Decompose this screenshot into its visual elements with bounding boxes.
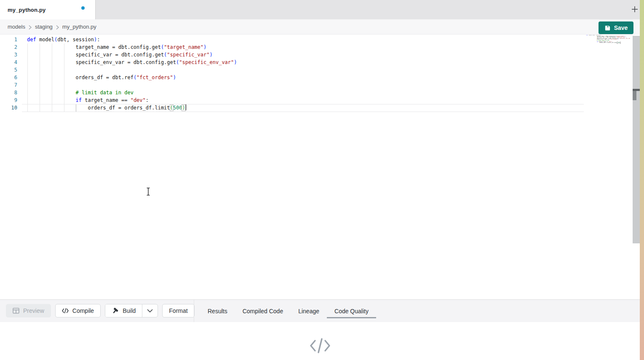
current-line-border-bottom [22, 112, 584, 112]
floppy-disk-icon [604, 25, 611, 31]
code-brackets-icon [62, 308, 69, 313]
breadcrumb-staging[interactable]: staging [35, 24, 53, 30]
table-grid-icon [13, 308, 19, 314]
code-line-3[interactable]: 3 specific_var = dbt.config.get("specifi… [0, 51, 589, 59]
breadcrumb: models staging my_python.py [0, 19, 640, 35]
build-button[interactable]: Build [105, 304, 142, 317]
format-label: Format [169, 307, 187, 314]
line-number: 7 [0, 81, 17, 89]
line-number: 10 [0, 104, 17, 112]
tab-title: my_python.py [8, 7, 46, 13]
editor-tab-bar: my_python.py [0, 0, 640, 19]
code-line-9[interactable]: 9 if target_name == "dev": [0, 96, 589, 104]
code-line-6[interactable]: 6 orders_df = dbt.ref("fct_orders") [0, 74, 589, 81]
hammer-icon [112, 307, 119, 315]
text-caret [185, 104, 186, 110]
build-options-dropdown[interactable] [142, 304, 158, 317]
scrollbar-cursor-marker-stem[interactable] [633, 91, 636, 100]
current-line-border-top [22, 104, 584, 104]
chevron-right-icon [56, 25, 59, 30]
mouse-ibeam-cursor [146, 187, 151, 196]
plus-icon [631, 5, 639, 13]
preview-button[interactable]: Preview [6, 304, 51, 317]
code-editor[interactable]: 1def model(dbt, session):2 target_name =… [0, 35, 640, 299]
line-number: 4 [0, 59, 17, 66]
minimap[interactable]: def model(dbt, session): target_name = d… [586, 35, 630, 62]
code-line-7[interactable]: 7 [0, 81, 589, 89]
code-lines: 1def model(dbt, session):2 target_name =… [0, 36, 589, 112]
code-line-10[interactable]: 10 orders_df = orders_df.limit(500) [0, 104, 589, 112]
format-button[interactable]: Format [162, 304, 194, 317]
save-label: Save [614, 24, 628, 31]
chevron-down-icon [147, 309, 153, 313]
code-line-5[interactable]: 5 [0, 66, 589, 74]
code-quality-panel [0, 322, 640, 360]
breadcrumb-my-python-py[interactable]: my_python.py [62, 24, 96, 30]
toolbar-divider [194, 300, 194, 322]
tab-results[interactable]: Results [200, 300, 235, 322]
unsaved-dot-icon [81, 6, 85, 10]
new-tab-button[interactable] [630, 4, 640, 14]
compile-label: Compile [72, 307, 94, 314]
code-placeholder-icon [309, 337, 331, 354]
build-split-button: Build [105, 304, 158, 317]
preview-label: Preview [23, 307, 44, 314]
code-line-2[interactable]: 2 target_name = dbt.config.get("target_n… [0, 43, 589, 51]
line-number: 3 [0, 51, 17, 59]
toolbar-buttons: Preview Compile Build Format [6, 304, 195, 317]
desktop-edge-strip [640, 0, 644, 360]
tab-lineage[interactable]: Lineage [291, 300, 327, 322]
code-line-8[interactable]: 8 # limit data in dev [0, 89, 589, 96]
bottom-toolbar: Preview Compile Build Format Results Com… [0, 299, 640, 322]
code-line-1[interactable]: 1def model(dbt, session): [0, 36, 589, 43]
save-button[interactable]: Save [599, 21, 633, 34]
line-number: 2 [0, 43, 17, 51]
tab-code-quality[interactable]: Code Quality [327, 300, 376, 322]
line-number: 9 [0, 96, 17, 104]
compile-button[interactable]: Compile [55, 304, 101, 317]
code-line-4[interactable]: 4 specific_env_var = dbt.config.get("spe… [0, 59, 589, 66]
build-label: Build [123, 307, 136, 314]
line-number: 6 [0, 74, 17, 81]
line-number: 1 [0, 36, 17, 43]
line-number: 8 [0, 89, 17, 96]
result-tabs: Results Compiled Code Lineage Code Quali… [200, 300, 376, 322]
tab-my-python-py[interactable]: my_python.py [0, 0, 96, 19]
tab-compiled-code[interactable]: Compiled Code [235, 300, 291, 322]
line-number: 5 [0, 66, 17, 74]
breadcrumb-models[interactable]: models [8, 24, 25, 30]
editor-scrollbar-track[interactable] [633, 36, 640, 243]
chevron-right-icon [28, 25, 32, 30]
